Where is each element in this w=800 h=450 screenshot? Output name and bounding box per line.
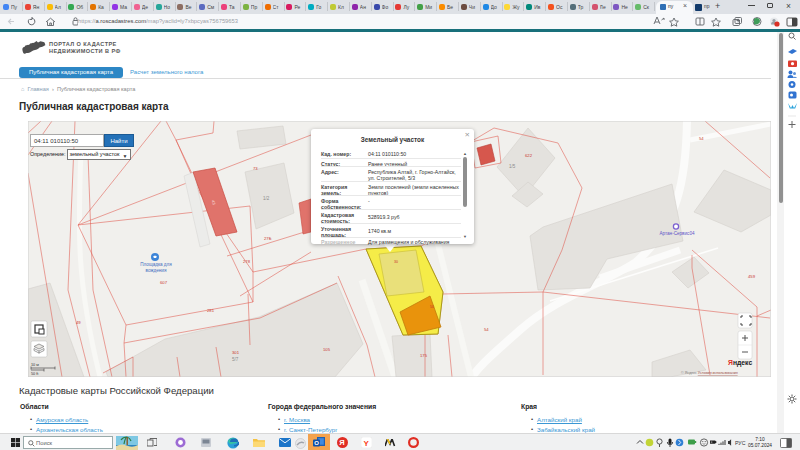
svg-text:607: 607 <box>160 280 168 285</box>
svg-text:Яндекс: Яндекс <box>728 359 752 367</box>
svg-text:30: 30 <box>394 260 398 264</box>
svg-text:54: 54 <box>699 136 704 141</box>
svg-text:54: 54 <box>484 327 489 332</box>
svg-text:10 м: 10 м <box>31 363 39 367</box>
svg-text:27Б: 27Б <box>264 236 272 241</box>
svg-text:105: 105 <box>323 347 331 352</box>
svg-text:Я: Я <box>339 438 344 447</box>
svg-text:73: 73 <box>253 166 258 171</box>
svg-text:1/5: 1/5 <box>509 164 516 169</box>
svg-text:175: 175 <box>420 353 428 358</box>
svg-text:Площадка для: Площадка для <box>140 262 172 267</box>
svg-text:Артан-Сервис04: Артан-Сервис04 <box>659 231 694 236</box>
svg-text:622: 622 <box>525 153 533 158</box>
svg-text:278: 278 <box>243 259 251 264</box>
svg-text:© Яндекс Условия использования: © Яндекс Условия использования <box>681 371 738 375</box>
svg-text:5/7: 5/7 <box>232 357 239 362</box>
svg-text:O: O <box>314 440 319 446</box>
svg-text:Y: Y <box>364 439 370 448</box>
svg-text:281: 281 <box>207 308 215 313</box>
svg-text:вождения: вождения <box>146 268 167 273</box>
svg-text:50: 50 <box>430 305 434 309</box>
svg-text:1/2: 1/2 <box>263 196 270 201</box>
svg-text:459: 459 <box>748 274 756 279</box>
svg-text:50 ft: 50 ft <box>31 372 39 376</box>
svg-text:49: 49 <box>76 320 81 325</box>
svg-text:301: 301 <box>232 350 240 355</box>
